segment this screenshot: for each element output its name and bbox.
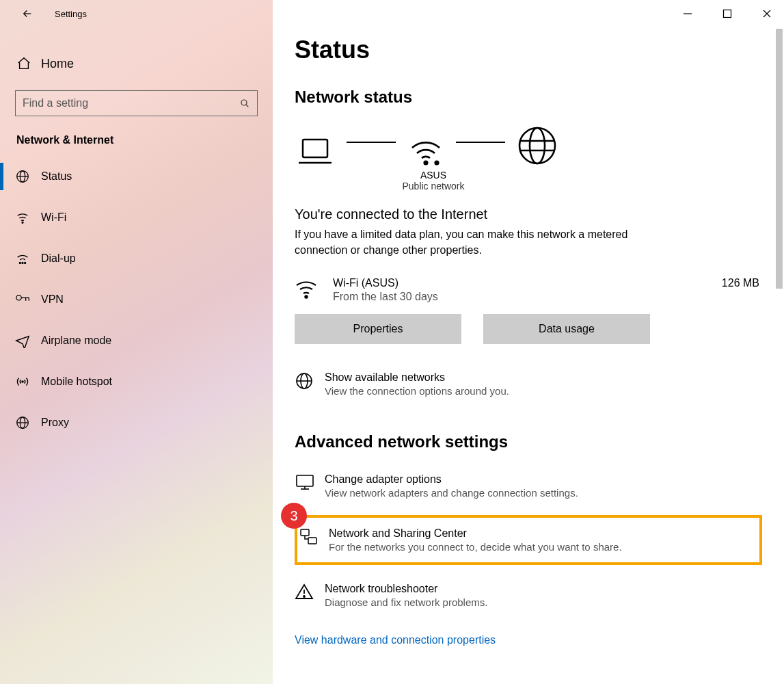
- link-title: Change adapter options: [325, 473, 578, 486]
- search-icon: [239, 98, 250, 109]
- data-usage-button[interactable]: Data usage: [483, 314, 650, 344]
- close-icon: [762, 9, 772, 18]
- wifi-usage: 126 MB: [722, 277, 759, 289]
- svg-point-4: [19, 263, 21, 264]
- connected-desc: If you have a limited data plan, you can…: [295, 226, 650, 258]
- sidebar-item-label: VPN: [41, 293, 64, 306]
- search-input[interactable]: [23, 97, 239, 109]
- link-title: Show available networks: [325, 371, 509, 384]
- home-label: Home: [41, 57, 74, 71]
- sidebar-item-dialup[interactable]: Dial-up: [0, 238, 273, 279]
- search-box[interactable]: [15, 90, 258, 116]
- svg-rect-23: [724, 10, 731, 18]
- svg-point-12: [424, 161, 427, 164]
- warning-icon: [295, 583, 314, 601]
- wifi-signal-icon: [408, 135, 444, 166]
- advanced-heading: Advanced network settings: [295, 432, 762, 451]
- wifi-name: Wi-Fi (ASUS): [333, 277, 722, 289]
- link-title: Network troubleshooter: [325, 583, 487, 595]
- highlight-step-3: 3 Network and Sharing Center For the net…: [295, 515, 762, 565]
- arrow-left-icon: [21, 8, 33, 20]
- show-available-networks[interactable]: Show available networks View the connect…: [295, 369, 762, 399]
- sidebar-section-title: Network & Internet: [0, 116, 273, 156]
- svg-point-7: [16, 295, 21, 300]
- back-button[interactable]: [14, 0, 41, 27]
- sidebar-item-wifi[interactable]: Wi-Fi: [0, 197, 273, 238]
- link-sub: For the networks you connect to, decide …: [329, 541, 622, 553]
- svg-point-0: [241, 100, 247, 105]
- svg-point-13: [435, 161, 438, 164]
- minimize-icon: [683, 9, 692, 18]
- sidebar-item-hotspot[interactable]: Mobile hotspot: [0, 361, 273, 402]
- svg-rect-21: [308, 538, 316, 544]
- change-adapter-options[interactable]: Change adapter options View network adap…: [295, 471, 762, 501]
- airplane-icon: [15, 333, 30, 348]
- svg-rect-20: [301, 529, 309, 536]
- laptop-icon: [296, 135, 334, 166]
- home-icon: [16, 56, 31, 71]
- connected-heading: You're connected to the Internet: [295, 207, 762, 222]
- window-title: Settings: [55, 9, 87, 19]
- internet-globe-icon: [517, 126, 557, 166]
- sidebar-item-label: Proxy: [41, 417, 69, 429]
- link-sub: View the connection options around you.: [325, 385, 509, 397]
- link-title: Network and Sharing Center: [329, 527, 622, 540]
- close-button[interactable]: [758, 9, 776, 18]
- wifi-icon: [15, 210, 30, 225]
- dialup-icon: [15, 251, 30, 266]
- sharing-icon: [299, 527, 319, 547]
- svg-rect-19: [297, 475, 313, 486]
- maximize-icon: [722, 9, 732, 18]
- sidebar-item-label: Dial-up: [41, 252, 76, 265]
- wifi-usage-row: Wi-Fi (ASUS) From the last 30 days 126 M…: [295, 277, 762, 303]
- sidebar-item-label: Status: [41, 170, 72, 183]
- maximize-button[interactable]: [718, 9, 736, 18]
- scrollbar[interactable]: [774, 29, 784, 681]
- diagram-network-type: Public network: [396, 181, 471, 192]
- proxy-icon: [15, 415, 30, 430]
- vpn-icon: [15, 293, 31, 306]
- adapter-icon: [295, 473, 315, 491]
- minimize-button[interactable]: [679, 9, 697, 18]
- sidebar-item-status[interactable]: Status: [0, 156, 273, 197]
- svg-point-6: [25, 263, 26, 264]
- svg-point-22: [303, 596, 305, 597]
- network-diagram: [296, 124, 762, 166]
- diagram-ssid: ASUS: [396, 170, 471, 181]
- wifi-icon: [295, 278, 318, 299]
- svg-point-14: [519, 128, 555, 163]
- hotspot-icon: [15, 374, 30, 389]
- wifi-sub: From the last 30 days: [333, 291, 722, 303]
- sidebar-item-label: Wi-Fi: [41, 211, 66, 224]
- sidebar-item-label: Airplane mode: [41, 334, 111, 347]
- link-sub: Diagnose and fix network problems.: [325, 596, 487, 608]
- view-hardware-link[interactable]: View hardware and connection properties: [295, 634, 496, 646]
- svg-point-3: [22, 222, 23, 223]
- globe-icon: [15, 169, 30, 184]
- sidebar-home[interactable]: Home: [0, 49, 273, 78]
- globe-icon: [295, 371, 314, 391]
- scrollbar-thumb[interactable]: [776, 29, 783, 289]
- sidebar-item-label: Mobile hotspot: [41, 376, 112, 388]
- sidebar-item-vpn[interactable]: VPN: [0, 279, 273, 320]
- network-troubleshooter[interactable]: Network troubleshooter Diagnose and fix …: [295, 580, 762, 611]
- svg-point-5: [22, 263, 23, 264]
- sidebar-item-airplane[interactable]: Airplane mode: [0, 320, 273, 361]
- svg-rect-11: [303, 140, 327, 157]
- link-sub: View network adapters and change connect…: [325, 487, 578, 499]
- sidebar-item-proxy[interactable]: Proxy: [0, 402, 273, 443]
- svg-point-15: [530, 128, 545, 163]
- network-sharing-center[interactable]: Network and Sharing Center For the netwo…: [299, 525, 755, 555]
- svg-point-8: [22, 381, 23, 382]
- page-title: Status: [295, 36, 762, 64]
- svg-point-16: [305, 296, 307, 298]
- main-content: Status Network status ASUS Public networ…: [273, 0, 784, 684]
- properties-button[interactable]: Properties: [295, 314, 461, 344]
- sidebar: Settings Home Network & Internet Status …: [0, 0, 273, 684]
- network-status-heading: Network status: [295, 88, 762, 107]
